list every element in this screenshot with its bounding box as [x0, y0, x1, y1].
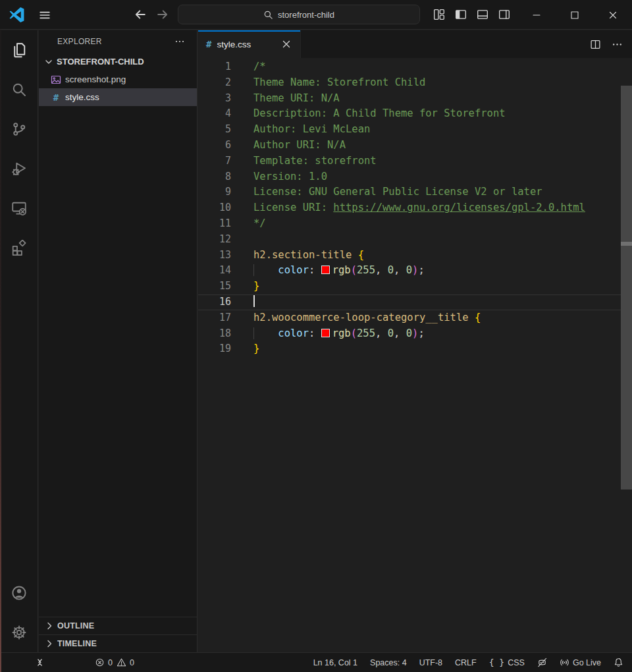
status-warnings[interactable]: 0	[117, 658, 134, 667]
line-content: Theme Name: Storefront Child	[253, 75, 425, 91]
status-encoding[interactable]: UTF-8	[419, 658, 442, 667]
activity-item-extensions[interactable]	[0, 228, 38, 267]
activity-bottom	[0, 573, 38, 652]
split-editor-icon[interactable]	[590, 39, 601, 50]
line-number: 12	[198, 232, 231, 248]
activity-item-search[interactable]	[0, 70, 38, 109]
line-number: 17	[198, 310, 231, 326]
line-content: Description: A Child Theme for Storefron…	[253, 106, 506, 122]
line-content: */	[253, 216, 266, 232]
folder-row[interactable]: STOREFRONT-CHILD	[39, 53, 197, 70]
status-remote[interactable]	[35, 658, 45, 667]
status-go-live[interactable]: Go Live	[560, 658, 601, 667]
code-line-14[interactable]: 14 color: rgb(255, 0, 0);	[198, 263, 632, 279]
line-number: 6	[198, 138, 231, 154]
activity-item-settings[interactable]	[0, 613, 38, 652]
file-row-screenshot.png[interactable]: screenshot.png	[39, 70, 197, 88]
activity-item-run-debug[interactable]	[0, 149, 38, 188]
code-line-10[interactable]: 10License URI: https://www.gnu.org/licen…	[198, 200, 632, 216]
vertical-scrollbar[interactable]	[621, 86, 632, 490]
code-line-5[interactable]: 5Author: Levi McLean	[198, 122, 632, 138]
files-icon	[11, 42, 27, 58]
file-name: style.css	[65, 92, 99, 102]
code-line-13[interactable]: 13h2.section-title {	[198, 248, 632, 264]
close-tab-icon[interactable]	[280, 38, 292, 50]
code-line-4[interactable]: 4Description: A Child Theme for Storefro…	[198, 106, 632, 122]
source-control-icon	[11, 121, 27, 137]
toggle-secondary-sidebar-icon[interactable]	[498, 9, 510, 20]
toggle-panel-icon[interactable]	[477, 9, 488, 20]
status-indentation[interactable]: Spaces: 4	[370, 658, 407, 667]
extensions-icon	[11, 240, 27, 256]
sidebar-title: EXPLORER	[57, 37, 102, 46]
maximize-button[interactable]	[556, 0, 594, 30]
status-copilot[interactable]	[537, 658, 547, 667]
color-swatch[interactable]	[321, 266, 330, 274]
code-line-15[interactable]: 15}	[198, 279, 632, 294]
customize-layout-icon[interactable]	[433, 9, 445, 20]
status-label: 0	[108, 658, 113, 667]
status-cursor-position[interactable]: Ln 16, Col 1	[313, 658, 357, 667]
status-label: UTF-8	[419, 658, 442, 667]
status-language-mode[interactable]: { }CSS	[489, 658, 525, 667]
file-row-style.css[interactable]: #style.css	[39, 88, 197, 106]
chevron-right-icon	[44, 638, 55, 649]
code-editor[interactable]: 1/*2Theme Name: Storefront Child3Theme U…	[198, 58, 632, 652]
status-label: CRLF	[455, 658, 477, 667]
code-line-9[interactable]: 9License: GNU General Public License V2 …	[198, 184, 632, 200]
code-line-3[interactable]: 3Theme URI: N/A	[198, 91, 632, 107]
code-line-12[interactable]: 12	[198, 232, 632, 248]
code-line-7[interactable]: 7Template: storefront	[198, 154, 632, 169]
tab-style-css[interactable]: # style.css	[198, 30, 301, 58]
activity-top	[0, 30, 38, 267]
line-content: color: rgb(255, 0, 0);	[253, 326, 425, 342]
chevron-down-icon	[43, 57, 54, 67]
code-line-18[interactable]: 18 color: rgb(255, 0, 0);	[198, 326, 632, 342]
code-line-16[interactable]: 16	[198, 294, 632, 310]
sidebar-header: EXPLORER	[39, 30, 197, 53]
css-file-icon: #	[206, 39, 211, 49]
activity-item-source-control[interactable]	[0, 109, 38, 149]
image-file-icon	[51, 74, 61, 85]
code-line-2[interactable]: 2Theme Name: Storefront Child	[198, 75, 632, 91]
gear-icon	[11, 625, 27, 640]
line-content: h2.section-title {	[253, 248, 364, 264]
code-line-11[interactable]: 11*/	[198, 216, 632, 232]
ellipsis-icon[interactable]	[174, 36, 185, 47]
activity-item-remote-explorer[interactable]	[0, 188, 38, 228]
bell-icon	[614, 658, 623, 667]
command-center-search[interactable]: storefront-child	[178, 5, 420, 24]
section-header-timeline[interactable]: TIMELINE	[39, 634, 197, 652]
search-icon	[263, 10, 273, 20]
file-tree: screenshot.png#style.css	[39, 70, 197, 106]
close-button[interactable]	[594, 0, 632, 30]
color-swatch[interactable]	[321, 329, 330, 337]
code-line-1[interactable]: 1/*	[198, 59, 632, 75]
status-errors[interactable]: 0	[95, 658, 113, 667]
menu-icon[interactable]	[38, 9, 51, 22]
status-left: 00	[0, 658, 134, 667]
status-eol[interactable]: CRLF	[455, 658, 477, 667]
nav-forward-icon[interactable]	[155, 7, 170, 22]
line-content: }	[253, 341, 259, 357]
code-line-6[interactable]: 6Author URI: N/A	[198, 138, 632, 154]
status-label: 0	[130, 658, 134, 667]
window-edge	[0, 30, 1, 672]
status-bar: 00 Ln 16, Col 1Spaces: 4UTF-8CRLF{ }CSSG…	[0, 652, 632, 672]
minimize-button[interactable]	[517, 0, 556, 30]
code-line-17[interactable]: 17h2.woocommerce-loop-category__title {	[198, 310, 632, 326]
line-number: 16	[198, 294, 231, 310]
image-file-icon	[51, 74, 61, 85]
debug-icon	[11, 161, 27, 177]
toggle-sidebar-icon[interactable]	[455, 9, 467, 20]
activity-item-explorer[interactable]	[0, 30, 38, 70]
code-line-8[interactable]: 8Version: 1.0	[198, 169, 632, 185]
nav-back-icon[interactable]	[133, 7, 147, 22]
ellipsis-icon[interactable]	[612, 39, 623, 50]
section-label: OUTLINE	[57, 621, 94, 630]
section-header-outline[interactable]: OUTLINE	[39, 617, 197, 634]
status-label: CSS	[508, 658, 525, 667]
status-notifications[interactable]	[614, 658, 623, 667]
code-line-19[interactable]: 19}	[198, 341, 632, 357]
activity-item-accounts[interactable]	[0, 573, 38, 613]
